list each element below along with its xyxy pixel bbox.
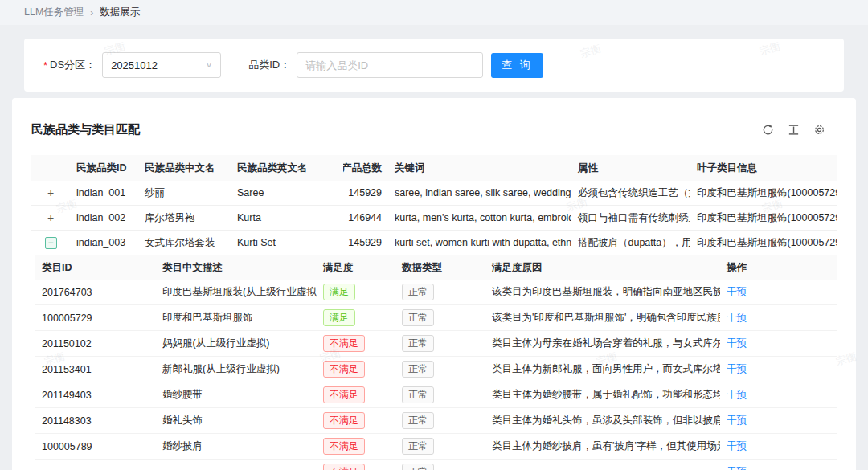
col-satisfaction-reason: 满足度原因 <box>485 255 720 280</box>
attrs: 搭配披肩（dupatta），用于遮盖... <box>571 231 690 255</box>
column-height-icon[interactable] <box>788 124 800 136</box>
col-leaf-info: 叶子类目信息 <box>690 155 837 181</box>
subtable-row: 201150102 妈妈服(从上级行业虚拟) 不满足 正常 类目主体为母亲在婚礼… <box>35 331 837 357</box>
expand-row-button[interactable]: + <box>47 212 54 223</box>
subtable-row: 100005789 婚纱披肩 不满足 正常 类目主体为婚纱披肩，虽有'披肩'字样… <box>35 434 837 460</box>
col-category-desc: 类目中文描述 <box>156 255 317 280</box>
intervene-link[interactable]: 干预 <box>727 362 747 376</box>
leaf-info: 印度和巴基斯坦服饰(100005729);印度... <box>690 181 837 206</box>
ds-partition-label: DS分区： <box>50 58 96 72</box>
table-row: + indian_002 库尔塔男袍 Kurta 146944 kurta, m… <box>31 206 837 231</box>
keywords: kurta, men's kurta, cotton kurta, embroi… <box>388 206 571 231</box>
satisfaction-reason <box>485 460 720 470</box>
leaf-info: 印度和巴基斯坦服饰(100005729);保守... <box>690 206 837 231</box>
en-name: Kurti Set <box>231 231 343 255</box>
attrs: 必须包含传统织造工艺（如 Ban... <box>571 181 690 206</box>
data-type-badge: 正常 <box>402 309 434 326</box>
intervene-link[interactable]: 干预 <box>727 465 747 470</box>
col-category-id: 类目ID <box>35 255 156 280</box>
data-type-badge: 正常 <box>402 386 434 403</box>
table-row-expanded: − indian_003 女式库尔塔套装 Kurti Set 145929 ku… <box>31 231 837 255</box>
intervene-link[interactable]: 干预 <box>727 337 747 350</box>
ethnic-id: indian_002 <box>70 206 138 231</box>
subtable-row: 201149403 婚纱腰带 不满足 正常 类目主体为婚纱腰带，属于婚礼配饰，功… <box>35 382 837 408</box>
satisfaction-badge: 不满足 <box>323 438 365 455</box>
breadcrumb-separator: › <box>90 7 93 18</box>
col-ethnic-id: 民族品类ID <box>70 155 138 181</box>
col-actions: 操作 <box>720 255 837 280</box>
satisfaction-badge: 满足 <box>323 284 355 300</box>
reload-icon[interactable] <box>762 124 774 136</box>
satisfaction-reason: 类目主体为母亲在婚礼场合穿着的礼服，与女式库尔塔套装（Kurti ... <box>485 331 720 357</box>
category-id: 201149403 <box>35 382 156 408</box>
category-id: 201764703 <box>35 280 156 305</box>
cn-name: 纱丽 <box>138 181 231 206</box>
product-count: 145929 <box>343 181 388 206</box>
expanded-subtable: 类目ID 类目中文描述 满足度 数据类型 满足度原因 操作 201764703 … <box>35 255 837 470</box>
keywords: saree, indian saree, silk saree, wedding… <box>388 181 571 206</box>
table-row: + indian_001 纱丽 Saree 145929 saree, indi… <box>31 181 837 206</box>
subtable-row: 100005729 印度和巴基斯坦服饰 满足 正常 该类目为'印度和巴基斯坦服饰… <box>35 305 837 331</box>
category-desc: 妈妈服(从上级行业虚拟) <box>156 331 317 357</box>
breadcrumb-link-llm-task[interactable]: LLM任务管理 <box>24 6 84 19</box>
intervene-link[interactable]: 干预 <box>727 311 747 325</box>
chevron-down-icon: ∨ <box>206 61 212 69</box>
search-button[interactable]: 查 询 <box>491 53 543 78</box>
category-desc: 新郎礼服(从上级行业虚拟) <box>156 357 317 382</box>
satisfaction-badge: 不满足 <box>323 386 365 403</box>
collapse-row-button[interactable]: − <box>45 237 57 249</box>
en-name: Saree <box>231 181 343 206</box>
satisfaction-badge: 不满足 <box>323 335 365 352</box>
category-desc: 婚纱腰带 <box>156 382 317 408</box>
satisfaction-reason: 类目主体为婚纱披肩，虽有'披肩'字样，但其使用场景为西式婚纱... <box>485 434 720 460</box>
subtable-row: 201153401 新郎礼服(从上级行业虚拟) 不满足 正常 类目主体为新郎礼服… <box>35 357 837 382</box>
required-mark: * <box>43 59 47 72</box>
filter-bar: * DS分区： 20251012 ∨ 品类ID： 查 询 <box>24 39 844 92</box>
satisfaction-reason: 类目主体为新郎礼服，面向男性用户，而女式库尔塔套装为女性服... <box>485 357 720 382</box>
data-type-badge: 正常 <box>402 412 434 429</box>
satisfaction-badge: 不满足 <box>323 464 365 470</box>
col-en-name: 民族品类英文名 <box>231 155 343 181</box>
subtable-row-partial: 不满足 正常 干预 <box>35 460 837 470</box>
en-name: Kurta <box>231 206 343 231</box>
col-keywords: 关键词 <box>388 155 571 181</box>
satisfaction-badge: 不满足 <box>323 361 365 378</box>
expand-row-button[interactable]: + <box>47 187 54 198</box>
satisfaction-badge: 不满足 <box>323 412 365 429</box>
data-type-badge: 正常 <box>402 438 434 455</box>
data-type-badge: 正常 <box>402 464 434 470</box>
cn-name: 库尔塔男袍 <box>138 206 231 231</box>
intervene-link[interactable]: 干预 <box>727 414 747 427</box>
category-id-input[interactable] <box>297 52 483 78</box>
category-id: 201148303 <box>35 408 156 434</box>
subtable-header-row: 类目ID 类目中文描述 满足度 数据类型 满足度原因 操作 <box>35 255 837 280</box>
category-desc: 婚纱披肩 <box>156 434 317 460</box>
settings-gear-icon[interactable] <box>813 124 825 136</box>
satisfaction-reason: 类目主体为婚礼头饰，虽涉及头部装饰，但非以披肩（dupatta）... <box>485 408 720 434</box>
intervene-link[interactable]: 干预 <box>727 439 747 453</box>
match-panel: 民族品类与类目匹配 民族品类ID 民族品类中文名 民族品类英文名 <box>12 98 856 470</box>
satisfaction-reason: 该类目为印度巴基斯坦服装，明确指向南亚地区民族服饰范畴，涵... <box>485 280 720 305</box>
satisfaction-reason: 类目主体为婚纱腰带，属于婚礼配饰，功能和形态均不同于库尔塔... <box>485 382 720 408</box>
attrs: 领口与袖口需有传统刺绣且不可... <box>571 206 690 231</box>
panel-title: 民族品类与类目匹配 <box>31 122 140 137</box>
col-data-type: 数据类型 <box>395 255 485 280</box>
ethnic-id: indian_003 <box>70 231 138 255</box>
product-count: 145929 <box>343 231 388 255</box>
intervene-link[interactable]: 干预 <box>727 285 747 299</box>
keywords: kurti set, women kurti with dupatta, eth… <box>388 231 571 255</box>
data-type-badge: 正常 <box>402 284 434 300</box>
intervene-link[interactable]: 干预 <box>727 388 747 402</box>
col-cn-name: 民族品类中文名 <box>138 155 231 181</box>
category-desc: 印度和巴基斯坦服饰 <box>156 305 317 331</box>
satisfaction-badge: 满足 <box>323 309 355 326</box>
product-count: 146944 <box>343 206 388 231</box>
category-desc: 印度巴基斯坦服装(从上级行业虚拟) <box>156 280 317 305</box>
category-id: 100005729 <box>35 305 156 331</box>
ds-partition-select[interactable]: 20251012 ∨ <box>102 52 221 78</box>
data-type-badge: 正常 <box>402 335 434 352</box>
subtable-row: 201148303 婚礼头饰 不满足 正常 类目主体为婚礼头饰，虽涉及头部装饰，… <box>35 408 837 434</box>
category-desc <box>156 460 317 470</box>
category-desc: 婚礼头饰 <box>156 408 317 434</box>
ds-partition-value: 20251012 <box>111 59 158 72</box>
